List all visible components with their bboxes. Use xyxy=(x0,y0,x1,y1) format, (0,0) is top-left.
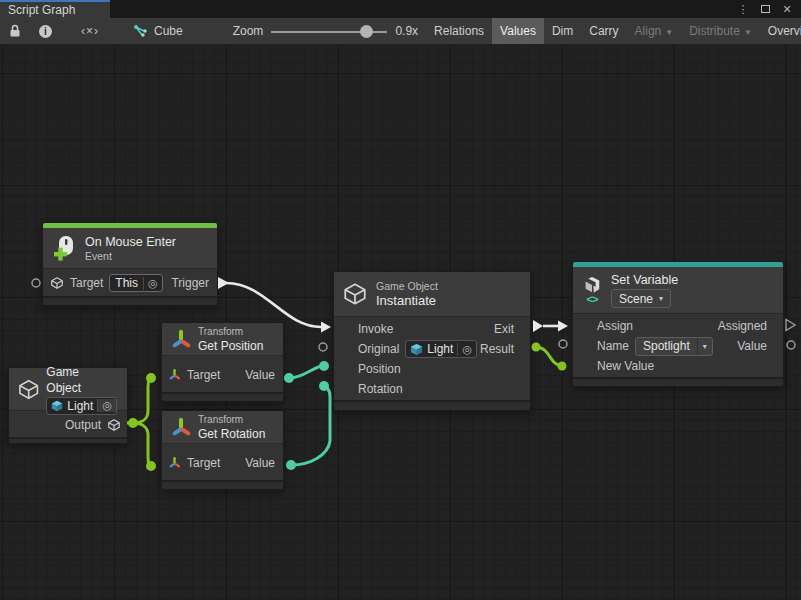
wire-getrotation-to-rotation[interactable] xyxy=(291,386,330,465)
node-header[interactable]: Game Object Instantiate xyxy=(334,272,530,316)
node-header[interactable]: Transform Get Rotation xyxy=(162,411,283,443)
node-get-position[interactable]: Transform Get Position Target Value xyxy=(162,323,283,401)
window-close-icon[interactable]: × xyxy=(779,1,795,17)
transform-mini-icon xyxy=(168,368,181,381)
original-input-port[interactable] xyxy=(319,343,327,351)
getposition-target-port[interactable] xyxy=(146,373,156,383)
relations-button[interactable]: Relations xyxy=(426,18,492,44)
node-get-rotation[interactable]: Transform Get Rotation Target Value xyxy=(162,411,283,489)
graph-breadcrumb[interactable]: Cube xyxy=(119,18,193,44)
variable-name-dropdown[interactable]: Spotlight ▾ xyxy=(635,337,713,356)
tab-bar-spacer xyxy=(110,0,735,18)
variable-name-value: Spotlight xyxy=(636,338,697,355)
assigned-output-port[interactable] xyxy=(786,320,795,331)
wire-result-to-new-value[interactable] xyxy=(536,347,562,366)
graph-toolbar: i ‹×› Cube Zoom 0.9x Relations Values xyxy=(0,18,801,45)
transform-mini-icon xyxy=(168,456,181,469)
new-value-port-label: New Value xyxy=(597,359,654,373)
target-object-field[interactable]: This ◎ xyxy=(109,274,162,292)
node-body: Target Value xyxy=(162,443,283,480)
tab-script-graph[interactable]: Script Graph xyxy=(0,0,110,18)
node-header[interactable]: <> Set Variable Scene▾ xyxy=(573,267,783,313)
code-view-icon: ‹×› xyxy=(81,24,99,38)
node-footer xyxy=(9,437,127,443)
zoom-slider[interactable] xyxy=(271,18,387,45)
wire-output-to-getposition-target[interactable] xyxy=(133,378,152,423)
carry-button[interactable]: Carry xyxy=(581,18,626,44)
set-variable-icon: <> xyxy=(581,276,603,305)
original-object-field[interactable]: Light ◎ xyxy=(405,340,477,358)
invoke-port-label: Invoke xyxy=(358,322,393,336)
node-header[interactable]: On Mouse Enter Event xyxy=(43,228,217,268)
object-picker-icon[interactable]: ◎ xyxy=(143,277,162,290)
trigger-output-port[interactable] xyxy=(218,277,229,289)
overview-button[interactable]: Overview xyxy=(760,18,801,44)
align-label: Align xyxy=(635,24,662,38)
literal-object-value: Light xyxy=(67,399,93,413)
align-button[interactable]: Align▼ xyxy=(627,18,682,44)
info-button[interactable]: i xyxy=(30,18,61,44)
new-value-input-port[interactable] xyxy=(558,362,567,371)
wire-getposition-to-position[interactable] xyxy=(289,366,322,378)
target-port-label: Target xyxy=(187,456,220,470)
scope-value: Scene xyxy=(619,292,653,306)
node-category: Transform xyxy=(198,325,263,338)
transform-icon xyxy=(170,416,192,438)
value-port-label: Value xyxy=(245,456,275,470)
node-subtitle: Event xyxy=(85,250,176,263)
node-header[interactable]: Transform Get Position xyxy=(162,323,283,355)
unity-object-icon xyxy=(410,343,423,356)
zoom-value: 0.9x xyxy=(395,24,418,38)
node-footer xyxy=(573,377,783,386)
distribute-button[interactable]: Distribute▼ xyxy=(681,18,760,44)
assign-input-port[interactable] xyxy=(558,321,568,332)
getposition-value-port[interactable] xyxy=(284,373,294,383)
result-port-label: Result xyxy=(480,342,514,356)
dim-button[interactable]: Dim xyxy=(544,18,581,44)
mouse-enter-input-port[interactable] xyxy=(32,279,40,287)
tab-label: Script Graph xyxy=(8,3,75,17)
literal-object-field[interactable]: Light ◎ xyxy=(46,397,117,415)
value-output-port[interactable] xyxy=(787,341,795,349)
getrotation-target-port[interactable] xyxy=(146,461,156,471)
window-menu-icon[interactable]: ⋮ xyxy=(735,1,751,17)
info-icon: i xyxy=(39,25,52,38)
zoom-control: Zoom 0.9x xyxy=(225,18,426,44)
distribute-label: Distribute xyxy=(689,24,740,38)
object-picker-icon[interactable]: ◎ xyxy=(457,343,476,356)
zoom-slider-handle[interactable] xyxy=(360,25,373,38)
node-game-object-literal[interactable]: Game Object Light ◎ Output xyxy=(9,368,127,443)
node-on-mouse-enter[interactable]: On Mouse Enter Event Target This ◎ xyxy=(43,223,217,305)
original-port-label: Original xyxy=(358,342,399,356)
result-output-port[interactable] xyxy=(532,343,541,352)
wire-trigger-to-invoke[interactable] xyxy=(226,283,321,327)
object-picker-icon[interactable]: ◎ xyxy=(97,399,116,412)
tab-bar: Script Graph ⋮ × xyxy=(0,0,801,18)
distribute-caret-icon: ▼ xyxy=(744,28,752,37)
maximize-box-icon xyxy=(761,5,770,13)
code-view-button[interactable]: ‹×› xyxy=(61,18,119,44)
values-button[interactable]: Values xyxy=(492,18,544,44)
node-instantiate[interactable]: Game Object Instantiate Invoke Exit Orig… xyxy=(334,272,530,410)
node-footer xyxy=(334,400,530,410)
invoke-input-port[interactable] xyxy=(321,322,331,333)
node-title: Game Object xyxy=(46,364,117,396)
node-footer xyxy=(162,480,283,489)
rotation-input-port[interactable] xyxy=(319,381,329,391)
getrotation-value-port[interactable] xyxy=(286,460,296,470)
window-maximize-icon[interactable] xyxy=(757,1,773,17)
node-header[interactable]: Game Object Light ◎ xyxy=(9,368,127,410)
node-set-variable[interactable]: <> Set Variable Scene▾ Assign Assigned N… xyxy=(573,262,783,386)
node-category: Game Object xyxy=(376,280,438,293)
variable-scope-dropdown[interactable]: Scene▾ xyxy=(611,289,671,308)
wire-output-to-getrotation-target[interactable] xyxy=(133,423,152,466)
lock-button[interactable] xyxy=(0,18,30,44)
output-port[interactable] xyxy=(128,418,138,428)
game-object-icon xyxy=(342,281,368,307)
graph-canvas[interactable]: On Mouse Enter Event Target This ◎ xyxy=(0,45,801,600)
position-input-port[interactable] xyxy=(319,361,329,371)
dropdown-arrow-icon[interactable]: ▾ xyxy=(697,338,712,355)
name-input-port[interactable] xyxy=(559,340,567,348)
exit-output-port[interactable] xyxy=(533,320,543,332)
node-title: Get Position xyxy=(198,338,263,354)
